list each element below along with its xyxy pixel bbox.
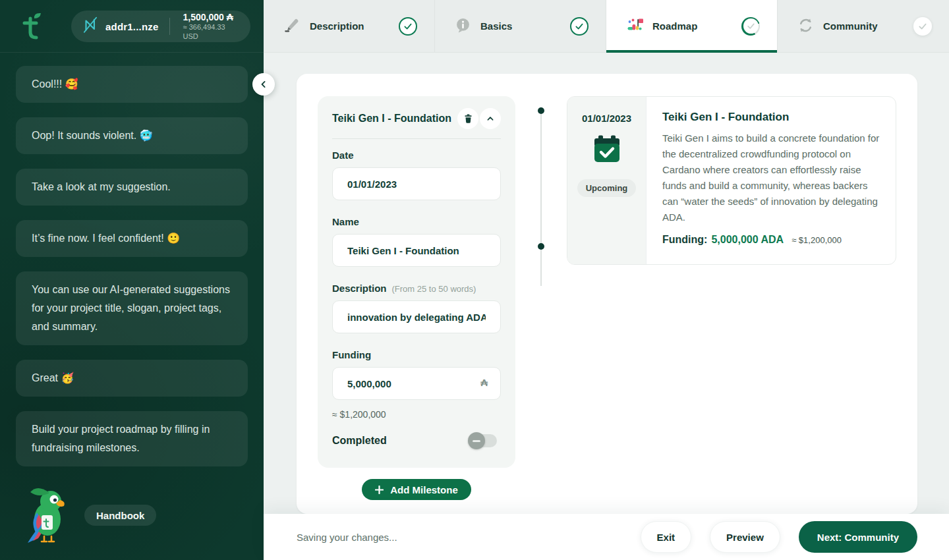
ada-currency-icon: ₳ (480, 377, 488, 388)
status-badge: Upcoming (577, 179, 637, 197)
milestone-preview-card: 01/01/2023 Upcoming Teiki Gen I - Founda… (567, 96, 896, 265)
chevron-left-icon (258, 78, 270, 90)
tab-community[interactable]: Community (778, 0, 949, 52)
chat-sidebar: addr1...nze 1,500,000 ₳ ≈ 366,494.33 USD… (0, 0, 264, 560)
step-in-progress-icon (741, 17, 760, 36)
info-bubble-icon (455, 17, 471, 36)
funding-label: Funding: (662, 234, 707, 246)
description-hint: (From 25 to 50 words) (392, 284, 476, 294)
wallet-nami-icon (82, 16, 99, 36)
sidebar-header: addr1...nze 1,500,000 ₳ ≈ 366,494.33 USD (0, 0, 264, 53)
description-label: Description (From 25 to 50 words) (332, 283, 501, 294)
chat-bubble: Great 🥳 (16, 360, 248, 397)
chat-bubble: Cool!!! 🥰 (16, 66, 248, 103)
step-complete-icon (570, 17, 589, 36)
circular-arrows-icon (797, 17, 814, 36)
tab-label: Description (310, 20, 364, 32)
tab-roadmap[interactable]: Roadmap (606, 0, 778, 52)
wallet-balance: 1,500,000 ₳ (183, 12, 241, 24)
timeline-dot (538, 243, 544, 250)
pencil-icon (283, 16, 301, 36)
completed-toggle[interactable] (471, 434, 497, 447)
date-input[interactable] (332, 167, 501, 200)
chat-bubble: Oop! It sounds violent. 🥶 (16, 117, 248, 154)
exit-button[interactable]: Exit (641, 521, 692, 553)
delete-milestone-button[interactable] (457, 108, 478, 129)
milestone-title: Teiki Gen I - Foundation (662, 111, 880, 124)
action-bar: Saving your changes... Exit Preview Next… (264, 514, 949, 560)
date-label: Date (332, 150, 501, 161)
tab-label: Basics (480, 20, 512, 32)
funding-usd-estimate: ≈ $1,200,000 (332, 409, 501, 420)
calendar-check-icon (592, 134, 622, 166)
wallet-address: addr1...nze (105, 21, 159, 32)
milestone-form-card: Teiki Gen I - Foundation Date Name (318, 96, 515, 468)
funding-amount: 5,000,000 ADA (711, 234, 784, 246)
chat-bubble: Take a look at my suggestion. (16, 169, 248, 206)
description-input[interactable] (332, 300, 501, 333)
parrot-mascot (22, 485, 70, 549)
toggle-knob (468, 432, 485, 449)
tab-label: Roadmap (652, 20, 697, 32)
tab-description[interactable]: Description (264, 0, 435, 52)
chat-bubble: You can use our AI-generated suggestions… (16, 271, 248, 345)
collapse-sidebar-button[interactable] (252, 73, 275, 96)
completed-label: Completed (332, 435, 387, 447)
wallet-chip[interactable]: addr1...nze 1,500,000 ₳ ≈ 366,494.33 USD (71, 11, 250, 42)
tab-label: Community (823, 20, 878, 32)
handbook-button[interactable]: Handbook (84, 505, 156, 526)
name-input[interactable] (332, 234, 501, 267)
trash-icon (463, 113, 473, 124)
chat-bubble: It’s fine now. I feel confident! 🙂 (16, 220, 248, 257)
milestone-description: Teiki Gen I aims to build a concrete fou… (662, 130, 880, 225)
preview-button[interactable]: Preview (710, 521, 780, 553)
milestone-date: 01/01/2023 (582, 113, 631, 124)
assistant-messages: Cool!!! 🥰 Oop! It sounds violent. 🥶 Take… (16, 66, 248, 466)
timeline-dot (538, 107, 544, 114)
chat-bubble: Build your project roadmap by filling in… (16, 411, 248, 466)
step-complete-icon (399, 17, 417, 36)
add-milestone-button[interactable]: Add Milestone (362, 479, 471, 500)
plus-icon (375, 486, 384, 494)
next-community-button[interactable]: Next: Community (799, 521, 917, 553)
teiki-logo-icon (18, 11, 47, 45)
tab-basics[interactable]: Basics (435, 0, 606, 52)
collapse-milestone-button[interactable] (480, 108, 501, 129)
name-label: Name (332, 216, 501, 227)
divider (332, 138, 501, 139)
wallet-usd: ≈ 366,494.33 USD (183, 23, 241, 42)
step-pending-icon (913, 17, 932, 36)
wallet-divider (169, 18, 170, 35)
step-tabbar: Description Basics (264, 0, 949, 53)
autosave-status: Saving your changes... (297, 532, 397, 543)
timeline-line (540, 111, 542, 286)
funding-input[interactable] (332, 367, 501, 400)
milestone-flag-icon (626, 16, 643, 36)
chevron-up-icon (485, 113, 496, 124)
roadmap-panel: Teiki Gen I - Foundation Date Name (297, 74, 917, 514)
funding-usd: ≈ $1,200,000 (791, 235, 842, 245)
milestone-card-title: Teiki Gen I - Foundation (332, 113, 457, 125)
funding-label: Funding (332, 349, 501, 360)
